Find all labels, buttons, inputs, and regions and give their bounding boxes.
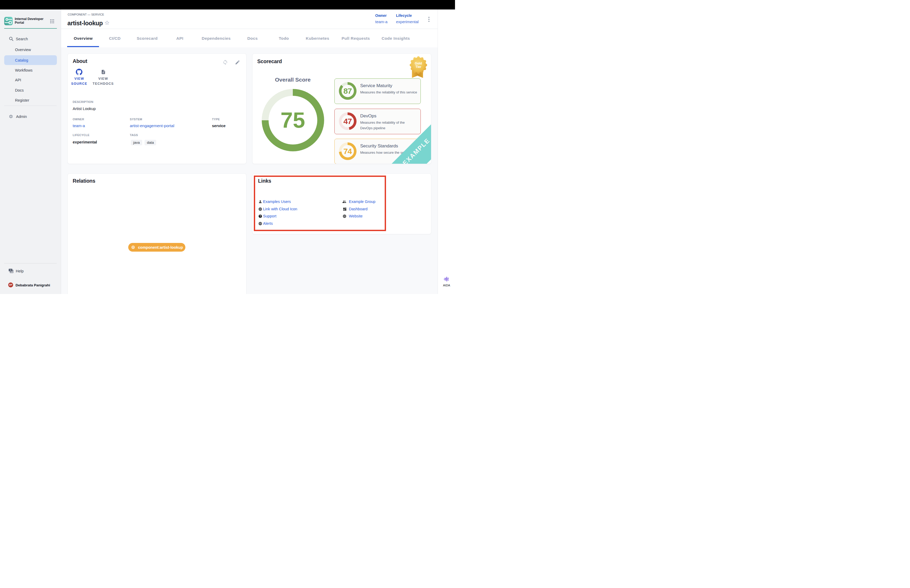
svg-text:?: ? [10, 269, 11, 271]
svg-text:Tier: Tier [415, 65, 421, 69]
svg-text:Gold: Gold [415, 61, 422, 65]
